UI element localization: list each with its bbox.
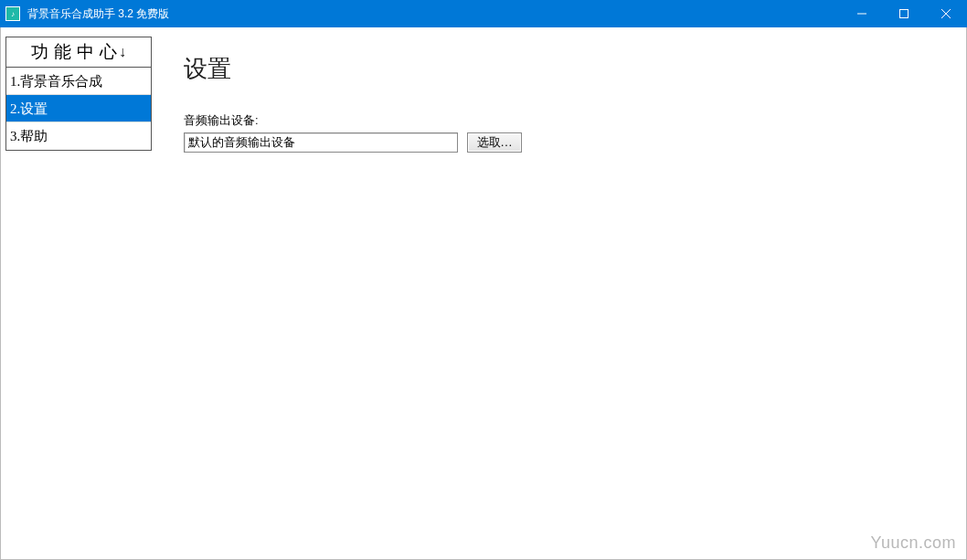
- watermark: Yuucn.com: [870, 534, 956, 553]
- audio-output-row: 选取…: [184, 132, 939, 153]
- sidebar-item-settings[interactable]: 2.设置: [6, 95, 151, 122]
- maximize-icon: [899, 9, 909, 18]
- close-icon: [941, 9, 951, 18]
- audio-output-field[interactable]: [184, 132, 458, 153]
- maximize-button[interactable]: [883, 0, 925, 27]
- sidebar: 功能中心 ↓ 1.背景音乐合成 2.设置 3.帮助: [1, 27, 156, 559]
- audio-output-label: 音频输出设备:: [184, 112, 939, 129]
- sidebar-header[interactable]: 功能中心 ↓: [5, 37, 152, 68]
- window-title: 背景音乐合成助手 3.2 免费版: [27, 6, 841, 22]
- sidebar-header-label: 功能中心: [31, 40, 122, 64]
- sidebar-item-help[interactable]: 3.帮助: [6, 122, 151, 150]
- titlebar[interactable]: ♪ 背景音乐合成助手 3.2 免费版: [0, 0, 967, 27]
- app-icon: ♪: [5, 6, 20, 21]
- minimize-icon: [857, 9, 866, 18]
- window-controls: [841, 0, 967, 27]
- page-title: 设置: [184, 53, 939, 85]
- nav-list: 1.背景音乐合成 2.设置 3.帮助: [5, 68, 152, 151]
- select-device-button[interactable]: 选取…: [467, 132, 522, 153]
- minimize-button[interactable]: [841, 0, 883, 27]
- main-panel: 设置 音频输出设备: 选取…: [156, 27, 966, 559]
- close-button[interactable]: [925, 0, 967, 27]
- sidebar-item-bgm[interactable]: 1.背景音乐合成: [6, 68, 151, 95]
- chevron-down-icon: ↓: [119, 44, 126, 60]
- svg-rect-1: [900, 10, 909, 18]
